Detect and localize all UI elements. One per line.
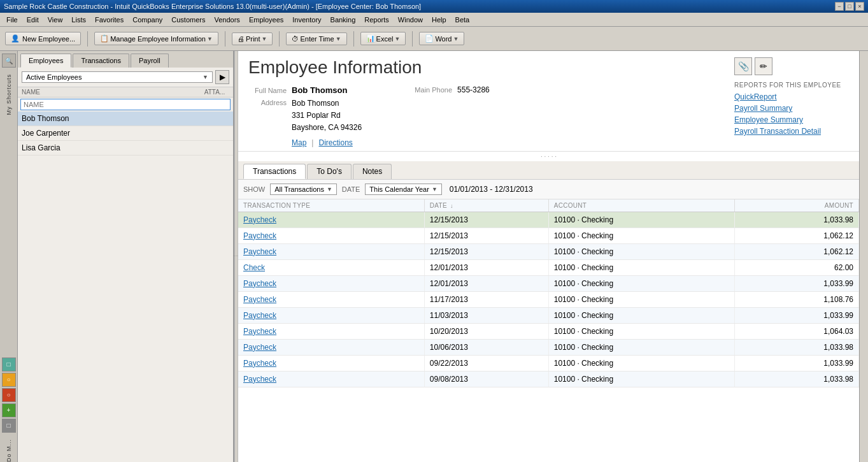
transaction-account-cell: 10100 · Checking [548,259,734,275]
name-search-input[interactable] [20,99,231,110]
employee-summary-link[interactable]: Employee Summary [734,115,849,124]
minimize-btn[interactable]: − [835,2,844,11]
table-row[interactable]: Paycheck12/15/201310100 · Checking1,033.… [238,212,859,227]
payroll-summary-link[interactable]: Payroll Summary [734,104,849,113]
sidebar-icon-4[interactable]: + [2,403,16,417]
col-type-header: TRANSACTION TYPE [238,199,424,212]
transaction-type-cell[interactable]: Paycheck [238,339,424,355]
list-item[interactable]: Lisa Garcia [18,141,233,155]
menu-customers[interactable]: Customers [167,15,209,25]
sidebar-icon-5[interactable]: □ [2,419,16,433]
transaction-type-cell[interactable]: Paycheck [238,291,424,307]
transaction-date-cell: 12/01/2013 [424,259,548,275]
table-row[interactable]: Paycheck10/20/201310100 · Checking1,064.… [238,323,859,339]
menu-inventory[interactable]: Inventory [288,15,325,25]
menu-vendors[interactable]: Vendors [211,15,244,25]
transaction-type-cell[interactable]: Check [238,259,424,275]
tab-transactions[interactable]: Transactions [243,164,306,179]
filter-bar: SHOW All Transactions ▼ DATE This Calend… [238,180,859,199]
manage-employee-button[interactable]: 📋 Manage Employee Information ▼ [94,32,218,45]
table-row[interactable]: Paycheck11/17/201310100 · Checking1,108.… [238,291,859,307]
toolbar: 👤 New Employee... 📋 Manage Employee Info… [0,27,868,51]
directions-link[interactable]: Directions [318,138,352,147]
date-range-dropdown[interactable]: This Calendar Year ▼ [365,184,441,195]
transaction-date-cell: 12/15/2013 [424,243,548,259]
menu-company[interactable]: Company [129,15,166,25]
transaction-type-cell[interactable]: Paycheck [238,307,424,323]
word-icon: 📄 [425,34,434,43]
payroll-transaction-detail-link[interactable]: Payroll Transaction Detail [734,127,849,136]
excel-button[interactable]: 📊 Excel ▼ [360,32,406,45]
table-row[interactable]: Check12/01/201310100 · Checking62.00 [238,259,859,275]
tab-employees[interactable]: Employees [20,54,71,68]
menu-employees[interactable]: Employees [245,15,287,25]
transaction-type-cell[interactable]: Paycheck [238,243,424,259]
list-item[interactable]: Bob Thomson [18,112,233,126]
transaction-type-cell[interactable]: Paycheck [238,212,424,227]
sidebar-icon-1[interactable]: □ [2,357,16,372]
col-date-header[interactable]: DATE ↓ [424,199,548,212]
tab-todos[interactable]: To Do's [307,164,352,179]
transaction-type-cell[interactable]: Paycheck [238,275,424,291]
sidebar-icons: 🔍 My Shortcuts □ ○ ○ + □ Do M... [0,51,18,462]
employee-list-panel: Employees Transactions Payroll Active Em… [18,51,234,462]
quickreport-link[interactable]: QuickReport [734,92,849,101]
active-employees-dropdown[interactable]: Active Employees ▼ [22,71,213,83]
transaction-type-cell[interactable]: Paycheck [238,355,424,371]
table-row[interactable]: Paycheck12/15/201310100 · Checking1,062.… [238,243,859,259]
manage-icon: 📋 [100,34,109,43]
right-scrollbar[interactable] [859,51,868,462]
full-name-value: Bob Thomson [292,85,347,95]
menu-file[interactable]: File [3,15,22,25]
enter-time-button[interactable]: ⏱ Enter Time ▼ [286,32,346,45]
show-dropdown[interactable]: All Transactions ▼ [270,184,337,195]
transaction-account-cell: 10100 · Checking [548,243,734,259]
transaction-date-cell: 12/01/2013 [424,275,548,291]
tab-payroll[interactable]: Payroll [131,54,169,68]
map-link[interactable]: Map [292,138,306,147]
transaction-date-cell: 12/15/2013 [424,227,548,243]
separator-2 [225,31,225,47]
edit-button[interactable]: ✏ [755,57,772,75]
menu-window[interactable]: Window [394,15,427,25]
search-icon[interactable]: 🔍 [2,54,16,68]
sidebar-icon-3[interactable]: ○ [2,388,16,402]
table-row[interactable]: Paycheck12/01/201310100 · Checking1,033.… [238,275,859,291]
maximize-btn[interactable]: □ [845,2,854,11]
menu-reports[interactable]: Reports [360,15,393,25]
sidebar-icon-2[interactable]: ○ [2,373,16,387]
separator-1 [87,31,88,47]
menu-beta[interactable]: Beta [452,15,474,25]
print-button[interactable]: 🖨 Print ▼ [232,32,273,45]
menu-edit[interactable]: Edit [23,15,43,25]
sort-arrow-icon: ↓ [450,203,453,209]
employee-name: Joe Carpenter [22,129,229,138]
transaction-tabs: Transactions To Do's Notes [238,161,859,180]
attachment-button[interactable]: 📎 [734,57,752,75]
nav-forward-btn[interactable]: ▶ [215,70,229,84]
new-employee-button[interactable]: 👤 New Employee... [5,32,81,45]
table-row[interactable]: Paycheck09/08/201310100 · Checking1,033.… [238,371,859,387]
word-button[interactable]: 📄 Word ▼ [419,32,464,45]
table-row[interactable]: Paycheck10/06/201310100 · Checking1,033.… [238,339,859,355]
menu-lists[interactable]: Lists [68,15,90,25]
tab-transactions[interactable]: Transactions [73,54,129,68]
tab-notes[interactable]: Notes [353,164,392,179]
table-row[interactable]: Paycheck11/03/201310100 · Checking1,033.… [238,307,859,323]
transaction-type-cell[interactable]: Paycheck [238,227,424,243]
menu-view[interactable]: View [44,15,67,25]
menu-banking[interactable]: Banking [327,15,360,25]
transaction-type-cell[interactable]: Paycheck [238,371,424,387]
menu-favorites[interactable]: Favorites [91,15,127,25]
title-bar-buttons: − □ × [835,2,864,11]
transaction-type-cell[interactable]: Paycheck [238,323,424,339]
table-row[interactable]: Paycheck12/15/201310100 · Checking1,062.… [238,227,859,243]
transaction-date-cell: 09/08/2013 [424,371,548,387]
table-row[interactable]: Paycheck09/22/201310100 · Checking1,033.… [238,355,859,371]
close-btn[interactable]: × [855,2,864,11]
menu-help[interactable]: Help [428,15,450,25]
transaction-amount-cell: 62.00 [735,259,859,275]
print-icon: 🖨 [238,35,245,43]
list-item[interactable]: Joe Carpenter [18,126,233,141]
my-shortcuts-label: My Shortcuts [6,74,12,115]
